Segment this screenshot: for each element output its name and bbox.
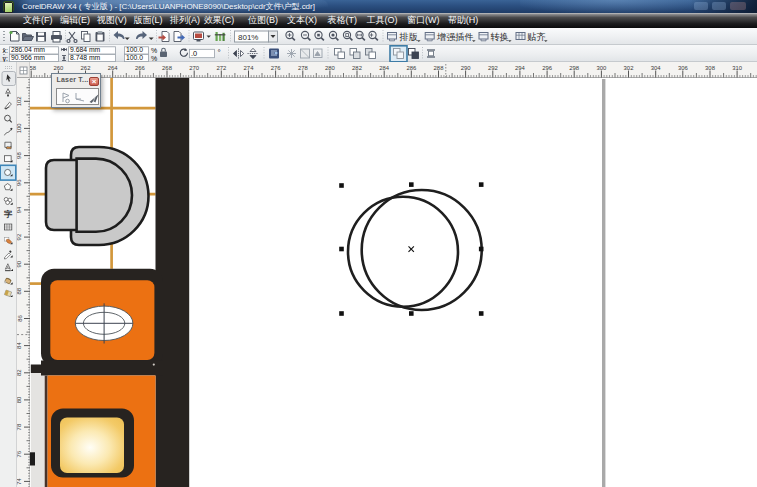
svg-text:x:: x: <box>3 47 9 54</box>
svg-text:100: 100 <box>17 123 23 134</box>
svg-text:88: 88 <box>17 287 23 294</box>
svg-text:%: % <box>151 54 157 61</box>
svg-text:278: 278 <box>298 64 309 70</box>
svg-text:308: 308 <box>705 64 716 70</box>
svg-text:296: 296 <box>542 64 553 70</box>
svg-text:288: 288 <box>434 64 445 70</box>
svg-text:306: 306 <box>678 64 689 70</box>
svg-text:270: 270 <box>189 64 200 70</box>
svg-text:100.0: 100.0 <box>126 53 143 60</box>
svg-text:272: 272 <box>216 64 226 70</box>
svg-text:290: 290 <box>461 64 472 70</box>
svg-text:80: 80 <box>17 396 23 403</box>
svg-text:801%: 801% <box>238 32 258 41</box>
svg-text:92: 92 <box>17 234 23 241</box>
svg-text:转换: 转换 <box>491 31 509 41</box>
svg-text:94: 94 <box>17 206 23 213</box>
svg-text:298: 298 <box>569 64 580 70</box>
svg-text:84: 84 <box>17 342 23 349</box>
svg-text:100.0: 100.0 <box>126 46 143 53</box>
svg-text:78: 78 <box>17 423 23 430</box>
svg-text:280: 280 <box>325 64 336 70</box>
svg-text:82: 82 <box>17 370 23 377</box>
svg-text:260: 260 <box>53 64 64 70</box>
svg-text:86: 86 <box>17 315 23 322</box>
svg-text:284: 284 <box>379 64 390 70</box>
svg-text:96: 96 <box>17 179 23 186</box>
svg-text:74: 74 <box>17 477 23 484</box>
svg-text:8.748 mm: 8.748 mm <box>70 53 101 60</box>
svg-text:.0: .0 <box>191 48 197 57</box>
svg-text:300: 300 <box>596 64 607 70</box>
svg-text:310: 310 <box>732 64 743 70</box>
svg-text:292: 292 <box>488 64 498 70</box>
svg-text:98: 98 <box>17 152 23 159</box>
svg-text:%: % <box>151 47 157 54</box>
svg-text:294: 294 <box>515 64 526 70</box>
svg-text:y:: y: <box>3 54 9 62</box>
svg-text:286.04 mm: 286.04 mm <box>11 46 45 53</box>
svg-text:274: 274 <box>244 64 255 70</box>
svg-text:286: 286 <box>406 64 417 70</box>
svg-text:276: 276 <box>271 64 282 70</box>
svg-text:贴齐: 贴齐 <box>527 31 546 41</box>
svg-text:°: ° <box>218 47 221 56</box>
svg-text:102: 102 <box>17 96 23 106</box>
svg-text:282: 282 <box>352 64 362 70</box>
svg-text:9.684 mm: 9.684 mm <box>70 46 101 53</box>
svg-text:76: 76 <box>17 450 23 457</box>
svg-text:262: 262 <box>81 64 91 70</box>
svg-text:268: 268 <box>162 64 173 70</box>
svg-text:266: 266 <box>135 64 146 70</box>
svg-text:302: 302 <box>624 64 634 70</box>
svg-text:增强插件: 增强插件 <box>436 31 474 41</box>
svg-text:264: 264 <box>108 64 119 70</box>
svg-text:304: 304 <box>651 64 662 70</box>
svg-text:90: 90 <box>17 260 23 267</box>
svg-text:字: 字 <box>4 208 13 218</box>
svg-text:90.966 mm: 90.966 mm <box>11 53 45 60</box>
svg-text:排版: 排版 <box>399 31 418 41</box>
